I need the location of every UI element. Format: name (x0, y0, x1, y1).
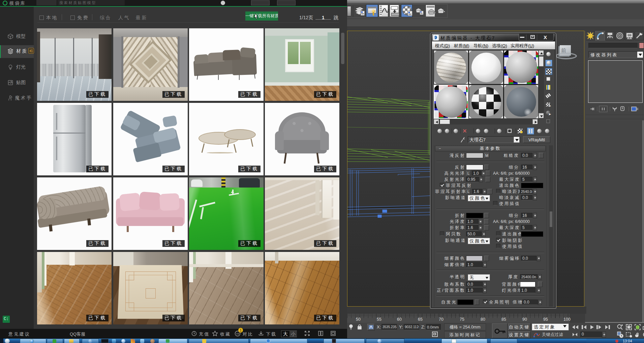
svg-text:VS: VS (236, 333, 240, 335)
